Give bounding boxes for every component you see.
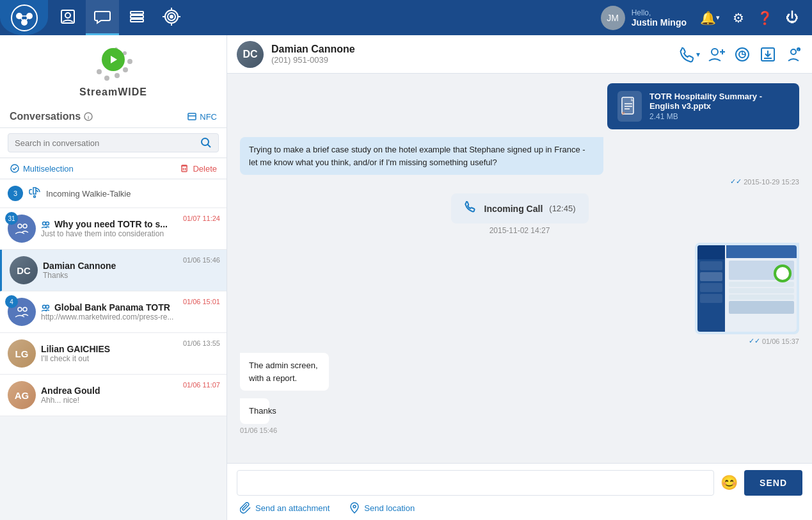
conv-avatar: AG [8, 381, 36, 409]
svg-rect-27 [182, 166, 187, 172]
message-time: 01/06 15:46 [240, 427, 285, 434]
delete-button[interactable]: Delete [179, 163, 217, 174]
conv-avatar: LG [8, 339, 36, 368]
screenshot-thumbnail [697, 245, 797, 332]
status-button[interactable] [733, 45, 751, 63]
settings-btn[interactable]: ⚙ [729, 8, 748, 28]
unread-badge: 31 [5, 212, 18, 225]
add-user-button[interactable] [708, 45, 726, 63]
multiselect-button[interactable]: Multiselection [10, 163, 179, 174]
nfc-button[interactable]: NFC [187, 111, 217, 122]
walkie-icon [28, 186, 41, 201]
conv-last-msg: Just to have them into consideration [41, 229, 214, 238]
attachment-icon [240, 502, 251, 514]
contact-info-button[interactable]: i [784, 45, 802, 63]
attachment-button[interactable]: Send an attachment [240, 502, 330, 514]
conv-last-msg: http://www.marketwired.com/press-re... [41, 313, 214, 321]
image-message[interactable] [695, 243, 799, 334]
svg-point-47 [791, 49, 796, 54]
attachment-label: Send an attachment [255, 503, 330, 513]
message-time: ✓✓ 01/06 15:37 [695, 337, 799, 345]
nav-chat[interactable] [86, 0, 119, 35]
call-time: 2015-11-02 14:27 [490, 226, 550, 235]
export-button[interactable] [759, 45, 777, 63]
chat-contact-name: Damian Cannone [271, 44, 678, 55]
conv-time: 01/06 15:01 [183, 298, 220, 305]
location-icon [349, 502, 360, 514]
list-item[interactable]: DC Damian Cannone Thanks 01/06 15:46 [0, 250, 227, 291]
message-text: The admin screen, with a report. [249, 361, 318, 383]
call-bubble: Incoming Call (12:45) [451, 193, 589, 223]
nav-user-name: Justin Mingo [632, 17, 687, 28]
help-btn[interactable]: ❓ [753, 8, 777, 28]
messages-area: P TOTR Hospitality Summary - English v3.… [227, 74, 812, 463]
nav-user-avatar: JM [601, 6, 625, 30]
conv-last-msg: I'll check it out [41, 354, 214, 363]
svg-point-0 [12, 5, 37, 31]
list-item[interactable]: LG Lilian GAICHIES I'll check it out 01/… [0, 333, 227, 375]
notifications-btn[interactable]: 🔔▾ [696, 8, 724, 28]
emoji-button[interactable]: 😊 [720, 475, 738, 491]
info-icon: i [84, 112, 93, 121]
conv-last-msg: Thanks [43, 271, 214, 280]
search-input[interactable] [15, 138, 200, 148]
chat-contact-avatar: DC [237, 41, 264, 68]
message-row: P TOTR Hospitality Summary - English v3.… [240, 83, 799, 129]
message-row: ✓✓ 01/06 15:37 [240, 243, 799, 345]
svg-point-36 [23, 307, 27, 311]
walkie-badge: 3 [8, 186, 23, 201]
chat-input-area: 😊 SEND Send an attachment Send location [227, 463, 812, 520]
svg-point-24 [202, 138, 209, 145]
message-input[interactable] [237, 470, 714, 496]
multiselect-bar: Multiselection Delete [0, 158, 227, 179]
location-label: Send location [364, 503, 415, 513]
svg-text:P: P [622, 111, 625, 116]
svg-rect-9 [131, 12, 143, 14]
message-text: Trying to make a brief case study on the… [249, 145, 585, 167]
power-btn[interactable]: ⏻ [782, 8, 802, 28]
nav-icons [51, 0, 591, 35]
svg-point-14 [170, 15, 173, 18]
chat-actions-row: Send an attachment Send location [237, 502, 802, 514]
nav-right-actions: 🔔▾ ⚙ ❓ ⏻ [696, 8, 812, 28]
svg-point-38 [46, 305, 49, 309]
svg-point-31 [18, 224, 22, 228]
list-item[interactable]: 3 Incoming Walkie-Talkie [0, 179, 227, 208]
conv-avatar: DC [10, 256, 38, 284]
delete-icon [179, 163, 189, 174]
sidebar-logo: StreamWIDE [0, 35, 227, 104]
svg-marker-19 [111, 56, 117, 63]
conv-avatar: 31 [8, 215, 36, 243]
send-button[interactable]: SEND [744, 470, 802, 496]
chat-input-row: 😊 SEND [237, 470, 802, 496]
message-row: Trying to make a brief case study on the… [240, 137, 799, 186]
svg-point-8 [65, 13, 70, 18]
nav-target[interactable] [155, 0, 188, 35]
conv-time: 01/07 11:24 [183, 215, 220, 222]
conv-last-msg: Ahh... nice! [41, 396, 214, 405]
conv-time: 01/06 13:55 [183, 339, 220, 347]
list-item[interactable]: 4 Global Bank Panama TOTR http://www.mar… [0, 291, 227, 333]
list-item[interactable]: AG Andrea Gould Ahh... nice! 01/06 11:07 [0, 375, 227, 416]
logo-animation [88, 45, 139, 83]
nav-user: JM Hello, Justin Mingo [591, 6, 696, 30]
read-receipt-icon: ✓✓ [730, 177, 742, 186]
nav-user-hello: Hello, [632, 8, 687, 17]
svg-point-32 [23, 224, 27, 228]
message-time: ✓✓ 2015-10-29 15:23 [240, 177, 799, 186]
call-event: Incoming Call (12:45) 2015-11-02 14:27 [240, 193, 799, 235]
nav-history[interactable] [120, 0, 154, 35]
chat-header-actions: ▾ [678, 45, 802, 63]
sidebar: StreamWIDE Conversations i NFC [0, 35, 227, 520]
conv-time: 01/06 11:07 [183, 381, 220, 389]
message-bubble: The admin screen, with a report. [240, 353, 329, 391]
app-logo [0, 0, 48, 35]
list-item[interactable]: 31 Why you need TOTR to s... Just to hav… [0, 208, 227, 250]
play-button[interactable] [102, 48, 125, 71]
location-button[interactable]: Send location [349, 502, 415, 514]
message-bubble: Trying to make a brief case study on the… [240, 137, 603, 175]
nav-contacts[interactable] [51, 0, 84, 35]
svg-point-39 [712, 49, 718, 55]
call-button[interactable]: ▾ [678, 45, 700, 63]
svg-rect-22 [188, 113, 196, 120]
